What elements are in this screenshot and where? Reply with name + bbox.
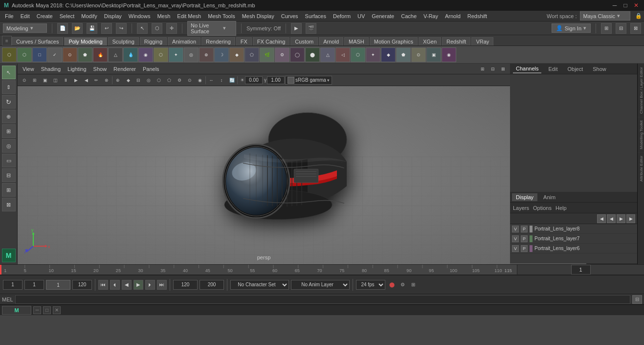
vp-menu-renderer[interactable]: Renderer [111, 65, 139, 73]
shelf-tab-vray[interactable]: VRay [471, 37, 493, 46]
range-start-field[interactable] [3, 280, 22, 290]
layer-row-1[interactable]: V P Portrait_Lens_layer8 [510, 224, 637, 234]
undo-btn[interactable]: ↩ [101, 23, 112, 34]
shelf-tab-custom[interactable]: Custom [290, 37, 318, 46]
modeling-dropdown[interactable]: Modeling ▾ [3, 23, 47, 33]
play-range-slider[interactable]: 1 [46, 280, 70, 290]
shelf-icon-13[interactable]: ◎ [184, 47, 199, 62]
lock-icon[interactable]: 🔒 [635, 13, 642, 19]
vp-menu-view[interactable]: View [20, 65, 37, 73]
layer-visibility-3[interactable]: V [512, 245, 519, 252]
shelf-icon-4[interactable]: ✓ [47, 47, 62, 62]
tool-b[interactable]: ⊠ [2, 198, 16, 211]
shelf-icon-9[interactable]: 💧 [123, 47, 138, 62]
shelf-icon-17[interactable]: ⬠ [244, 47, 259, 62]
shelf-icon-11[interactable]: ⬡ [154, 47, 168, 62]
vp-menu-show[interactable]: Show [90, 65, 110, 73]
lt-fwd-btn[interactable]: ▶ [617, 214, 625, 223]
menu-generate[interactable]: Generate [369, 12, 397, 20]
shelf-icon-30[interactable]: ◉ [442, 47, 456, 62]
shelf-icon-5[interactable]: ⊙ [63, 47, 77, 62]
menu-uv[interactable]: UV [355, 12, 368, 20]
minimize-button[interactable]: ─ [611, 1, 619, 9]
shelf-tab-rendering[interactable]: Rendering [201, 37, 235, 46]
shelf-options-btn[interactable]: ≡ [2, 36, 12, 46]
menu-edit[interactable]: Edit [18, 12, 33, 20]
menu-redshift[interactable]: Redshift [465, 12, 490, 20]
shelf-tab-arnold[interactable]: Arnold [319, 37, 343, 46]
shelf-icon-26[interactable]: ◆ [381, 47, 396, 62]
shelf-icon-6[interactable]: ⬟ [78, 47, 92, 62]
play-back-btn[interactable]: ◀ [122, 280, 132, 290]
shelf-tab-motion-graphics[interactable]: Motion Graphics [370, 37, 418, 46]
lt-back-btn[interactable]: ◀ [597, 214, 606, 223]
cb-tab-show[interactable]: Show [590, 65, 609, 73]
taskbar-x-btn[interactable]: ✕ [53, 306, 61, 314]
shelf-tab-fx[interactable]: FX [236, 37, 252, 46]
timeline-frame-field[interactable] [571, 265, 591, 275]
workspace-dropdown[interactable]: Maya Classic ▾ [580, 11, 630, 21]
shelf-icon-1[interactable]: ⬡ [2, 47, 17, 62]
lasso-tool-btn[interactable]: ⬡ [152, 23, 162, 34]
vpt-btn-7[interactable]: ◀ [81, 76, 91, 85]
range-end-field[interactable] [72, 280, 92, 290]
vpt-btn-3[interactable]: ▣ [40, 76, 50, 85]
vp-icon-1[interactable]: ⊞ [478, 65, 488, 73]
sign-in-btn[interactable]: 👤 Sign In ▾ [552, 23, 591, 33]
shelf-icon-14[interactable]: ⊕ [199, 47, 214, 62]
menu-mesh-tools[interactable]: Mesh Tools [205, 12, 238, 20]
pb-extra-btn[interactable]: ⊞ [409, 280, 418, 289]
play-fwd-btn[interactable]: ▶ [133, 280, 143, 290]
vp-menu-panels[interactable]: Panels [140, 65, 162, 73]
menu-edit-mesh[interactable]: Edit Mesh [174, 12, 204, 20]
shelf-icon-29[interactable]: ▣ [426, 47, 441, 62]
shelf-tab-mash[interactable]: MASH [344, 37, 369, 46]
cb-tab-object[interactable]: Object [564, 65, 586, 73]
menu-windows[interactable]: Windows [126, 12, 154, 20]
shelf-tab-rigging[interactable]: Rigging [140, 37, 167, 46]
gamma-field[interactable] [267, 76, 285, 84]
exposure-field[interactable] [245, 76, 263, 84]
step-fwd-btn[interactable]: ⏵ [145, 280, 155, 290]
shelf-icon-2[interactable]: ⬡ [17, 47, 32, 62]
redo-btn[interactable]: ↪ [116, 23, 127, 34]
view-btn-3[interactable]: ⊠ [630, 23, 641, 34]
vpt-btn-20[interactable]: ↕ [217, 76, 226, 85]
select-tool-btn[interactable]: ↖ [137, 23, 148, 34]
maximize-button[interactable]: □ [622, 1, 629, 9]
no-live-surface-dropdown[interactable]: No Live Surface ▾ [187, 21, 236, 36]
shelf-icon-18[interactable]: 🌿 [260, 47, 274, 62]
shelf-icon-15[interactable]: ☽ [214, 47, 229, 62]
shelf-icon-28[interactable]: ⊙ [411, 47, 426, 62]
vpt-btn-11[interactable]: ◆ [123, 76, 133, 85]
vpt-btn-14[interactable]: ⬡ [154, 76, 164, 85]
shelf-icon-24[interactable]: ⬡ [351, 47, 365, 62]
shelf-tab-redshift[interactable]: Redshift [442, 37, 470, 46]
vpt-btn-6[interactable]: ▶ [71, 76, 81, 85]
vpt-btn-8[interactable]: ✏ [91, 76, 101, 85]
shelf-icon-12[interactable]: ✦ [169, 47, 183, 62]
menu-arnold[interactable]: Arnold [442, 12, 464, 20]
soft-select[interactable]: ◎ [2, 139, 16, 153]
render-region-btn[interactable]: ▶ [291, 23, 302, 34]
new-file-btn[interactable]: 📄 [57, 23, 68, 34]
menu-create[interactable]: Create [34, 12, 56, 20]
layer-reference-1[interactable]: P [521, 226, 528, 232]
anim-layer-dropdown[interactable]: No Anim Layer [291, 280, 350, 290]
lt-fwd2-btn[interactable]: ▶ [626, 214, 635, 223]
shelf-icon-16[interactable]: ◆ [229, 47, 244, 62]
save-file-btn[interactable]: 💾 [87, 23, 97, 34]
menu-vray[interactable]: V-Ray [421, 12, 441, 20]
taskbar-close-btn[interactable]: ─ [33, 306, 41, 314]
menu-deform[interactable]: Deform [330, 12, 354, 20]
shelf-tab-animation[interactable]: Animation [168, 37, 200, 46]
vp-menu-shading[interactable]: Shading [38, 65, 64, 73]
layout-tool[interactable]: ⊟ [2, 168, 16, 182]
vpt-btn-5[interactable]: ⏸ [61, 76, 70, 85]
shelf-icon-20[interactable]: ◯ [290, 47, 305, 62]
menu-cache[interactable]: Cache [398, 12, 420, 20]
gamma-dropdown[interactable]: sRGB gamma ▾ [285, 76, 332, 85]
pb-settings-btn[interactable]: ⚙ [398, 280, 407, 289]
close-button[interactable]: ✕ [632, 1, 640, 9]
vpt-btn-1[interactable]: ⊙ [20, 76, 29, 85]
